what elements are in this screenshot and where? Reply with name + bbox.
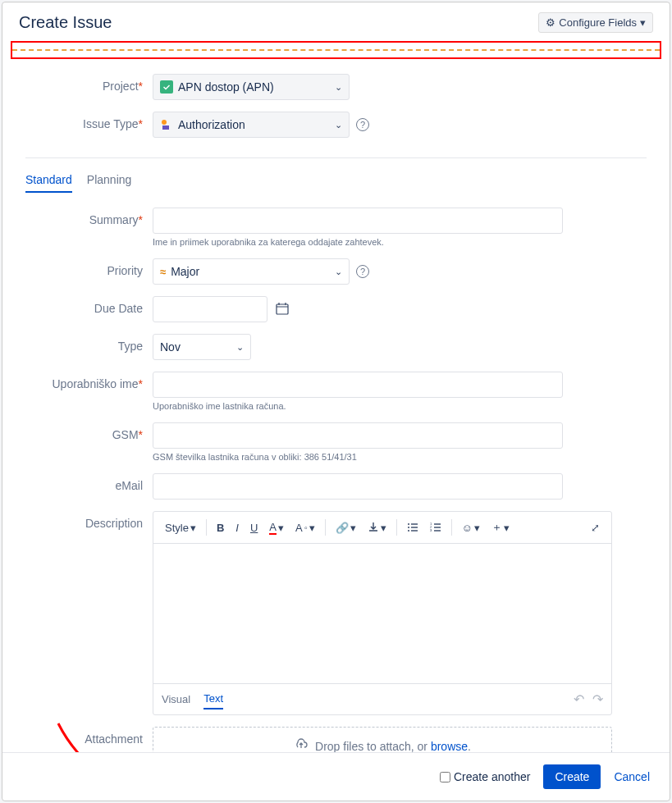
summary-input[interactable] — [153, 208, 563, 234]
svg-point-8 — [408, 527, 409, 528]
field-label: Project* — [25, 74, 153, 93]
bullet-list-button[interactable] — [402, 518, 423, 536]
field-label: Type — [25, 334, 153, 353]
email-field: eMail — [25, 473, 647, 500]
text-tab[interactable]: Text — [203, 689, 223, 709]
description-editor: Style ▾ B I U A ▾ A◦ ▾ 🔗 ▾ ▾ — [153, 511, 612, 715]
create-issue-modal: Create Issue ⚙ Configure Fields ▾ Projec… — [2, 2, 670, 801]
calendar-icon[interactable] — [276, 302, 289, 318]
help-text: Ime in priimek uporabnika za katerega od… — [153, 237, 563, 247]
caret-down-icon: ⌄ — [335, 82, 342, 93]
editor-mode-tabs: Visual Text ↶ ↷ — [153, 683, 611, 714]
create-another-checkbox[interactable]: Create another — [440, 770, 530, 783]
upload-icon — [294, 737, 309, 752]
help-text: Uporabniško ime lastnika računa. — [153, 401, 563, 411]
svg-rect-1 — [162, 125, 169, 130]
emoji-button[interactable]: ☺ ▾ — [457, 518, 485, 537]
caret-down-icon: ▾ — [504, 522, 510, 534]
field-label: Uporabniško ime* — [25, 372, 153, 390]
description-field: Description Style ▾ B I U A ▾ A◦ ▾ 🔗 ▾ ▾ — [25, 511, 647, 715]
help-icon[interactable]: ? — [356, 118, 369, 131]
due-date-field: Due Date — [25, 296, 647, 322]
modal-title: Create Issue — [19, 13, 112, 32]
number-list-button[interactable]: 123 — [425, 518, 446, 536]
attachment-field: Attachment Drop files to attach, or brow… — [25, 727, 647, 752]
field-tabs: Standard Planning — [25, 168, 647, 193]
due-date-input[interactable] — [153, 296, 267, 322]
modal-body: Project* APN dostop (APN) ⌄ Issue Type* … — [2, 59, 670, 752]
priority-major-icon: ≈ — [160, 266, 166, 278]
email-input[interactable] — [153, 473, 563, 500]
attachment-dropzone[interactable]: Drop files to attach, or browse. — [153, 727, 612, 752]
username-field: Uporabniško ime* Uporabniško ime lastnik… — [25, 372, 647, 411]
caret-down-icon: ⌄ — [236, 342, 244, 353]
caret-down-icon: ▾ — [350, 522, 356, 534]
caret-down-icon: ▾ — [640, 16, 646, 29]
bold-button[interactable]: B — [212, 518, 229, 537]
style-dropdown[interactable]: Style ▾ — [160, 518, 201, 537]
underline-button[interactable]: U — [245, 518, 263, 537]
attach-button[interactable]: ▾ — [363, 518, 391, 537]
modal-footer: Create another Create Cancel — [2, 752, 670, 801]
tab-planning[interactable]: Planning — [87, 168, 132, 193]
field-label: eMail — [25, 473, 153, 492]
editor-toolbar: Style ▾ B I U A ▾ A◦ ▾ 🔗 ▾ ▾ — [153, 512, 611, 544]
annotation-highlight — [11, 41, 661, 59]
expand-button[interactable]: ⤢ — [586, 518, 605, 537]
cancel-button[interactable]: Cancel — [614, 770, 650, 783]
field-label: Priority — [25, 258, 153, 277]
description-textarea[interactable] — [153, 544, 611, 683]
type-select[interactable]: Nov ⌄ — [153, 334, 251, 360]
caret-down-icon: ⌄ — [335, 120, 342, 130]
create-another-input[interactable] — [440, 772, 450, 782]
priority-field: Priority ≈ Major ⌄ ? — [25, 258, 647, 285]
link-button[interactable]: 🔗 ▾ — [331, 518, 361, 537]
username-input[interactable] — [153, 372, 563, 398]
tab-standard[interactable]: Standard — [25, 168, 72, 193]
field-label: Summary* — [25, 208, 153, 226]
field-label: GSM* — [25, 422, 153, 441]
caret-down-icon: ⌄ — [335, 267, 342, 277]
clear-format-button[interactable]: A◦ ▾ — [290, 518, 320, 537]
italic-button[interactable]: I — [231, 518, 244, 537]
visual-tab[interactable]: Visual — [162, 690, 190, 709]
insert-button[interactable]: ＋ ▾ — [487, 517, 514, 538]
caret-down-icon: ▾ — [309, 522, 315, 534]
project-select[interactable]: APN dostop (APN) ⌄ — [153, 74, 350, 100]
svg-point-10 — [408, 530, 409, 532]
undo-icon[interactable]: ↶ — [574, 691, 584, 707]
caret-down-icon: ▾ — [278, 522, 284, 534]
help-text: GSM številka lastnika računa v obliki: 3… — [153, 452, 563, 462]
field-label: Issue Type* — [25, 112, 153, 130]
field-label: Description — [25, 511, 153, 530]
type-field: Type Nov ⌄ — [25, 334, 647, 360]
svg-text:3: 3 — [430, 528, 432, 532]
text-color-button[interactable]: A ▾ — [264, 518, 289, 538]
browse-link[interactable]: browse — [431, 740, 468, 753]
issue-type-select[interactable]: Authorization ⌄ — [153, 112, 350, 138]
project-icon — [160, 80, 173, 94]
create-button[interactable]: Create — [543, 764, 601, 789]
caret-down-icon: ▾ — [474, 522, 480, 534]
authorization-icon — [160, 118, 173, 131]
project-field: Project* APN dostop (APN) ⌄ — [25, 74, 647, 100]
annotation-dashed-line — [12, 49, 660, 51]
gear-icon: ⚙ — [546, 16, 555, 29]
gsm-field: GSM* GSM številka lastnika računa v obli… — [25, 422, 647, 462]
svg-point-6 — [408, 523, 409, 525]
summary-field: Summary* Ime in priimek uporabnika za ka… — [25, 208, 647, 247]
caret-down-icon: ▾ — [381, 522, 386, 534]
redo-icon[interactable]: ↷ — [592, 691, 603, 707]
svg-rect-2 — [277, 304, 288, 314]
field-label: Attachment — [25, 727, 153, 746]
caret-down-icon: ▾ — [190, 522, 196, 534]
gsm-input[interactable] — [153, 422, 563, 449]
field-label: Due Date — [25, 296, 153, 315]
divider — [25, 157, 647, 158]
svg-point-0 — [162, 120, 167, 125]
configure-fields-button[interactable]: ⚙ Configure Fields ▾ — [538, 12, 653, 33]
priority-select[interactable]: ≈ Major ⌄ — [153, 258, 350, 285]
issue-type-field: Issue Type* Authorization ⌄ ? — [25, 112, 647, 138]
modal-header: Create Issue ⚙ Configure Fields ▾ — [2, 2, 670, 41]
help-icon[interactable]: ? — [356, 265, 369, 278]
